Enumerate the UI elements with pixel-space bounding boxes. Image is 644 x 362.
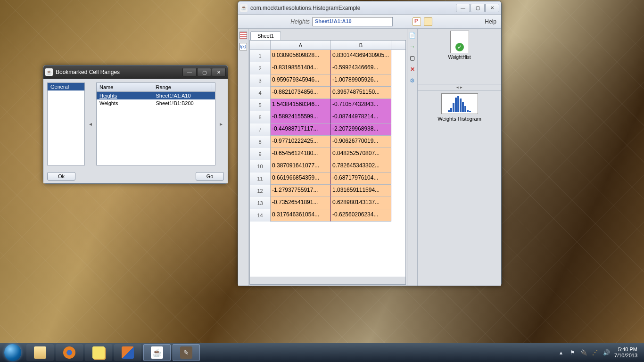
data-row: 2-0.83198551404...-0.59924346669... xyxy=(250,62,405,74)
cell[interactable]: -0.08744978214... xyxy=(331,111,391,123)
close-button[interactable]: ✕ xyxy=(212,68,226,76)
globe-icon[interactable]: ⚙ xyxy=(409,77,416,84)
row-header[interactable]: 9 xyxy=(250,148,271,160)
task-firefox[interactable] xyxy=(56,344,83,361)
cell[interactable]: -0.73526541891... xyxy=(271,197,331,209)
task-explorer[interactable] xyxy=(26,344,54,361)
new-document-icon[interactable]: ▢ xyxy=(409,54,416,62)
task-stickynotes[interactable] xyxy=(85,344,112,361)
row-header[interactable]: 10 xyxy=(250,160,271,173)
flag-icon[interactable]: ⚑ xyxy=(569,349,576,356)
bookmark-row[interactable]: WeightsSheet1!B1:B200 xyxy=(97,99,215,107)
task-matlab[interactable] xyxy=(114,344,141,361)
task-gimp[interactable]: ✎ xyxy=(173,344,200,361)
maximize-button[interactable]: ▢ xyxy=(471,4,485,12)
go-button[interactable]: Go xyxy=(196,172,224,181)
column-header-b[interactable]: B xyxy=(331,41,391,49)
task-java[interactable]: ☕ xyxy=(143,344,171,361)
category-panel: General xyxy=(47,82,85,165)
left-toolbar: f(x) xyxy=(238,29,248,286)
col-range[interactable]: Range xyxy=(156,84,213,90)
file-weighthist[interactable]: WeightHist xyxy=(446,31,473,60)
cell[interactable]: 0.317646361054... xyxy=(271,209,331,222)
row-header[interactable]: 13 xyxy=(250,197,271,209)
row-header[interactable]: 14 xyxy=(250,209,271,222)
cell[interactable]: -0.59924346669... xyxy=(331,62,391,74)
col-name[interactable]: Name xyxy=(99,84,156,90)
cell[interactable]: 1.031659111594... xyxy=(331,185,391,197)
cell[interactable]: -0.68717976104... xyxy=(331,173,391,185)
row-header[interactable]: 2 xyxy=(250,62,271,74)
script-panel: WeightHist xyxy=(418,29,501,84)
splitter-arrows[interactable]: ◂ ▸ xyxy=(418,84,501,90)
cell[interactable]: 0.959679345946... xyxy=(271,74,331,87)
ranges-header: Name Range xyxy=(97,83,215,92)
cell[interactable]: 0.030905609828... xyxy=(271,50,331,62)
cell[interactable]: -1.27937755917... xyxy=(271,185,331,197)
cell[interactable]: 0.782645343302... xyxy=(331,160,391,173)
maximize-button[interactable]: ▢ xyxy=(197,68,211,76)
power-icon[interactable]: 🔌 xyxy=(580,349,587,356)
row-header[interactable]: 8 xyxy=(250,136,271,148)
formula-input[interactable]: Sheet1!A1:A10 xyxy=(313,17,393,26)
histogram-titlebar[interactable]: ☕ com.mockturtlesolutions.HistogramExamp… xyxy=(238,1,501,15)
row-header[interactable]: 3 xyxy=(250,74,271,87)
nav-right-icon[interactable]: ▸ xyxy=(218,82,224,165)
horizontal-scrollbar[interactable] xyxy=(250,277,405,284)
cell[interactable]: -0.58924155599... xyxy=(271,111,331,123)
histogram-thumbnail[interactable] xyxy=(441,93,478,114)
row-header[interactable]: 4 xyxy=(250,87,271,99)
row-header[interactable]: 12 xyxy=(250,185,271,197)
cell[interactable]: 0.387091641077... xyxy=(271,160,331,173)
export-icon[interactable]: → xyxy=(409,43,416,50)
row-header[interactable]: 5 xyxy=(250,99,271,111)
select-all-corner[interactable] xyxy=(250,41,271,49)
cell[interactable]: -0.65456124180... xyxy=(271,148,331,160)
show-hidden-icon[interactable]: ▴ xyxy=(558,349,564,356)
cell[interactable]: 0.628980143137... xyxy=(331,197,391,209)
delete-icon[interactable]: ✕ xyxy=(409,66,416,73)
minimize-button[interactable]: — xyxy=(182,68,197,76)
row-header[interactable]: 7 xyxy=(250,123,271,136)
clock[interactable]: 5:40 PM 7/10/2013 xyxy=(614,346,637,359)
system-tray: ▴ ⚑ 🔌 ⋰ 🔊 5:40 PM 7/10/2013 xyxy=(558,346,641,359)
cell[interactable]: -0.44988717117... xyxy=(271,123,331,136)
cell[interactable]: -0.90626770019... xyxy=(331,136,391,148)
cell[interactable]: -2.20729968938... xyxy=(331,123,391,136)
cell[interactable]: -0.62560206234... xyxy=(331,209,391,222)
close-button[interactable]: ✕ xyxy=(485,4,499,12)
cell[interactable]: -0.97710222425... xyxy=(271,136,331,148)
pin-icon[interactable]: P xyxy=(413,17,421,26)
cell[interactable]: 0.661966854359... xyxy=(271,173,331,185)
bookmarks-titlebar[interactable]: ☕ Bookmarked Cell Ranges — ▢ ✕ xyxy=(43,66,228,79)
data-row: 10.030905609828...0.830144369430905... xyxy=(250,50,405,62)
tab-sheet1[interactable]: Sheet1 xyxy=(250,31,281,40)
minimize-button[interactable]: — xyxy=(456,4,470,12)
category-general[interactable]: General xyxy=(48,83,84,90)
start-button[interactable] xyxy=(0,343,25,362)
cell[interactable]: -0.71057432843... xyxy=(331,99,391,111)
nav-left-icon[interactable]: ◂ xyxy=(88,82,93,165)
help-menu[interactable]: Help xyxy=(485,18,496,25)
row-header[interactable]: 1 xyxy=(250,50,271,62)
bookmarks-window: ☕ Bookmarked Cell Ranges — ▢ ✕ General ◂… xyxy=(43,65,228,184)
ok-button[interactable]: Ok xyxy=(47,172,75,181)
cell[interactable]: 0.048252570807... xyxy=(331,148,391,160)
volume-icon[interactable]: 🔊 xyxy=(603,349,610,356)
row-header[interactable]: 11 xyxy=(250,173,271,185)
bookmark-icon[interactable] xyxy=(424,17,432,26)
cell[interactable]: 1.543841568346... xyxy=(271,99,331,111)
column-header-a[interactable]: A xyxy=(271,41,331,49)
cell[interactable]: 0.396748751150... xyxy=(331,87,391,99)
row-header[interactable]: 6 xyxy=(250,111,271,123)
grid-icon[interactable] xyxy=(239,32,247,39)
bookmark-range: Sheet1!A1:A10 xyxy=(156,93,213,99)
cell[interactable]: -0.88210734856... xyxy=(271,87,331,99)
cell[interactable]: -0.83198551404... xyxy=(271,62,331,74)
cell[interactable]: -1.00789905926... xyxy=(331,74,391,87)
fx-icon[interactable]: f(x) xyxy=(239,43,247,50)
bookmark-row[interactable]: HeightsSheet1!A1:A10 xyxy=(97,92,215,99)
cell[interactable]: 0.830144369430905... xyxy=(331,50,391,62)
document-lines-icon[interactable]: 📄 xyxy=(409,32,416,39)
network-icon[interactable]: ⋰ xyxy=(592,349,598,356)
